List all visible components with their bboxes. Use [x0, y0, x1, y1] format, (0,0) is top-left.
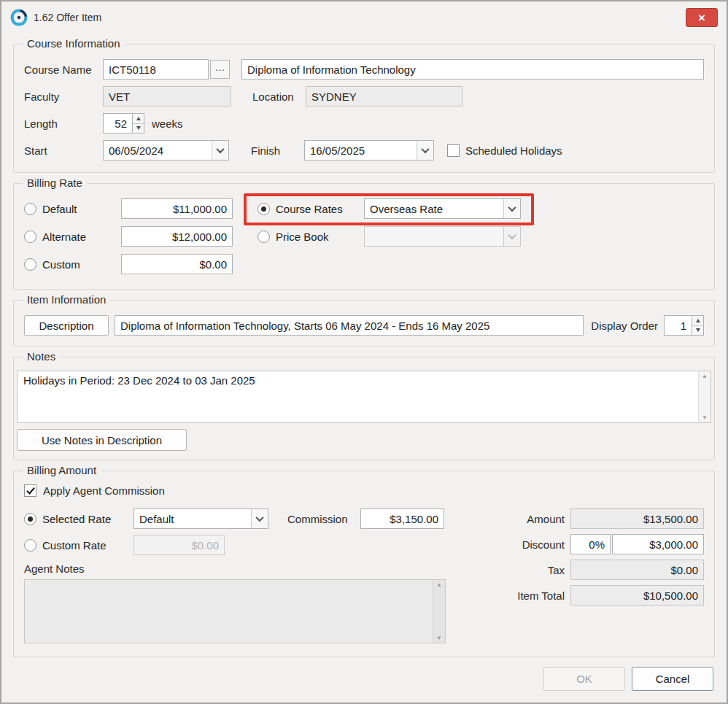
agent-notes-textarea[interactable] [24, 579, 446, 643]
alternate-rate-field[interactable] [121, 226, 233, 247]
scroll-up-icon[interactable] [437, 583, 441, 586]
item-total-row: Item Total [492, 585, 704, 606]
scroll-up-icon[interactable] [702, 374, 706, 377]
billing-rate-row-2: Alternate Price Book [24, 226, 704, 247]
length-input[interactable] [103, 113, 132, 134]
course-title-field[interactable] [241, 59, 704, 80]
amount-label: Amount [527, 513, 565, 525]
selected-rate-dropdown-button[interactable] [251, 509, 268, 528]
footer: OK Cancel [543, 667, 713, 691]
length-spinner[interactable] [103, 113, 144, 134]
finish-date-dropdown-button[interactable] [417, 141, 433, 160]
course-rates-dropdown[interactable]: Overseas Rate [364, 198, 521, 219]
app-icon [10, 9, 28, 26]
scrollbar[interactable] [698, 371, 710, 422]
spin-up-button[interactable] [133, 114, 144, 123]
spin-up-button[interactable] [692, 316, 703, 325]
course-code-input[interactable] [103, 59, 209, 80]
ok-button[interactable]: OK [543, 667, 625, 691]
default-rate-field[interactable] [121, 198, 233, 219]
discount-amount-field[interactable] [612, 534, 704, 554]
custom-rate-label-billing: Custom [42, 258, 80, 271]
window-title: 1.62 Offer Item [34, 12, 101, 23]
cancel-button[interactable]: Cancel [632, 667, 713, 691]
custom-rate-field-billing[interactable] [121, 254, 233, 274]
use-notes-in-description-button[interactable]: Use Notes in Description [17, 429, 187, 451]
scroll-down-icon[interactable] [702, 416, 706, 419]
spin-down-button[interactable] [692, 325, 703, 336]
price-book-dropdown-button [503, 227, 520, 246]
amount-row: Amount [492, 508, 704, 529]
item-total-field [570, 585, 704, 606]
course-rates-value: Overseas Rate [365, 199, 503, 218]
finish-date-dropdown[interactable]: 16/05/2025 [304, 140, 434, 160]
description-field[interactable] [115, 315, 584, 336]
notes-text[interactable]: Holidays in Period: 23 Dec 2024 to 03 Ja… [18, 371, 698, 422]
course-browse-button[interactable]: … [210, 60, 230, 79]
discount-row: Discount [492, 534, 704, 554]
location-label: Location [252, 90, 306, 103]
course-rates-dropdown-button[interactable] [503, 199, 520, 218]
custom-rate-label: Custom Rate [42, 539, 107, 552]
notes-textarea[interactable]: Holidays in Period: 23 Dec 2024 to 03 Ja… [17, 371, 711, 423]
billing-rate-group: Billing Rate Default Course Rates Overse… [13, 183, 715, 290]
course-name-row: Course Name … [24, 59, 704, 80]
offer-item-dialog: 1.62 Offer Item × Course Information Cou… [0, 0, 728, 704]
close-button[interactable]: × [686, 8, 718, 27]
selected-rate-radio[interactable] [24, 513, 36, 525]
length-spin-buttons [132, 113, 144, 134]
chevron-down-icon [508, 204, 516, 212]
scheduled-holidays-label: Scheduled Holidays [465, 144, 562, 157]
chevron-down-icon [421, 145, 429, 153]
custom-rate-radio[interactable] [24, 539, 36, 552]
start-date-dropdown-button[interactable] [212, 141, 228, 160]
custom-rate-radio-billing[interactable] [24, 258, 36, 271]
dates-row: Start 06/05/2024 Finish 16/05/2025 Sched… [24, 140, 704, 160]
billing-rate-row-3: Custom [24, 254, 704, 274]
item-information-legend: Item Information [23, 293, 110, 306]
custom-rate-field [133, 535, 225, 555]
faculty-field [103, 86, 231, 107]
billing-amount-left: Selected Rate Default Commission Custom … [24, 508, 492, 643]
faculty-row: Faculty Location [24, 86, 704, 107]
agent-notes-label: Agent Notes [24, 562, 492, 575]
apply-agent-commission-checkbox[interactable] [24, 484, 36, 497]
default-rate-radio[interactable] [24, 203, 36, 215]
spin-down-button[interactable] [133, 123, 144, 134]
selected-rate-row: Selected Rate Default Commission [24, 508, 492, 529]
agent-notes-text[interactable] [25, 580, 433, 643]
close-icon: × [698, 12, 705, 24]
apply-agent-commission-row: Apply Agent Commission [24, 484, 704, 497]
alternate-rate-label: Alternate [42, 231, 86, 243]
price-book-value [365, 227, 503, 246]
chevron-down-icon [216, 145, 224, 153]
selected-rate-dropdown[interactable]: Default [133, 508, 268, 529]
display-order-spinner[interactable] [664, 315, 704, 336]
course-rates-radio[interactable] [257, 203, 270, 215]
commission-field[interactable] [360, 508, 444, 529]
scheduled-holidays-checkbox[interactable] [447, 144, 460, 157]
course-name-label: Course Name [24, 63, 103, 76]
amount-field [570, 508, 704, 529]
discount-percent-field[interactable] [570, 534, 611, 554]
price-book-dropdown [364, 226, 521, 247]
length-unit-label: weeks [152, 117, 183, 130]
finish-date-value: 16/05/2025 [305, 141, 417, 160]
notes-legend: Notes [23, 350, 60, 363]
tax-field [570, 560, 704, 580]
discount-label: Discount [522, 538, 565, 551]
price-book-radio[interactable] [257, 231, 270, 243]
scroll-down-icon[interactable] [437, 636, 441, 639]
alternate-rate-radio[interactable] [24, 231, 36, 243]
start-date-value: 06/05/2024 [104, 141, 212, 160]
length-label: Length [24, 117, 103, 130]
description-button[interactable]: Description [24, 315, 109, 336]
billing-rate-legend: Billing Rate [23, 177, 87, 189]
start-date-dropdown[interactable]: 06/05/2024 [103, 140, 229, 160]
chevron-up-icon [136, 117, 141, 120]
billing-amount-totals: Amount Discount Tax Item Total [492, 508, 704, 606]
scrollbar[interactable] [433, 580, 445, 643]
display-order-input[interactable] [664, 315, 692, 336]
titlebar: 1.62 Offer Item × [1, 1, 727, 34]
length-row: Length weeks [24, 113, 704, 134]
